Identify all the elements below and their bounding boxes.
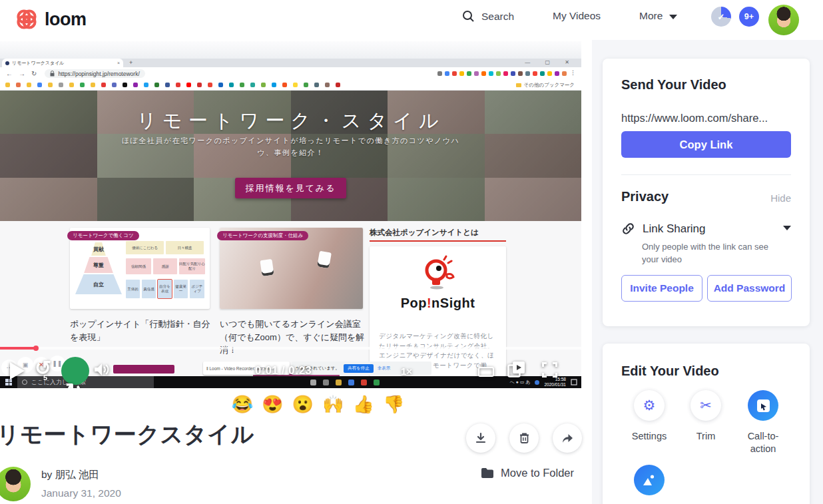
- bookmark-favicons: [5, 83, 340, 87]
- deco-tile: [197, 83, 202, 87]
- reaction-open-mouth[interactable]: 😮: [292, 394, 314, 414]
- deco-tile: [481, 71, 486, 76]
- deco-tile: [348, 379, 354, 385]
- taskbar-search-icon: [22, 379, 27, 385]
- folder-icon: [481, 467, 494, 479]
- deco-tile: [336, 83, 340, 87]
- cta-label: Call-to-action: [742, 430, 784, 455]
- deco-tile: [323, 379, 329, 385]
- nav-more[interactable]: More: [639, 10, 677, 22]
- article-2-badge: リモートワークの支援制度・仕組み: [217, 231, 308, 240]
- move-to-folder-button[interactable]: Move to Folder: [481, 467, 574, 479]
- nav-search[interactable]: Search: [462, 10, 514, 23]
- divider: [621, 174, 791, 175]
- trim-button[interactable]: ✂: [690, 390, 721, 421]
- invite-people-button[interactable]: Invite People: [621, 275, 702, 302]
- deco-tile: [112, 83, 117, 87]
- reaction-thumbs-down[interactable]: 👎: [383, 394, 404, 414]
- rewind-5-button[interactable]: ↺5: [35, 358, 57, 381]
- edit-video-card: Edit Your Video ⚙ Settings ✂ Trim Call-t…: [603, 344, 810, 504]
- video-player[interactable]: リモートワークスタイル × + — ▢ ✕ ← → ↻ https://popi…: [0, 41, 581, 388]
- deco-tile: [250, 83, 255, 87]
- article-1-badge: リモートワークで働くコツ: [67, 231, 139, 240]
- volume-button[interactable]: [93, 363, 109, 379]
- deco-tile: [154, 83, 159, 87]
- coffee-cup: [260, 259, 274, 276]
- reaction-raising-hands[interactable]: 🙌: [322, 394, 344, 414]
- extension-icons: [437, 71, 567, 76]
- deco-tile: [27, 83, 31, 87]
- download-icon: [475, 432, 487, 444]
- play-button[interactable]: [10, 362, 25, 379]
- loom-logo[interactable]: loom: [15, 7, 87, 31]
- hero-subtitle-line2: ウ、事例を紹介！: [0, 148, 581, 158]
- deco-tile: [503, 71, 508, 76]
- cta-cursor-icon: [757, 399, 770, 412]
- onboarding-progress-icon[interactable]: ✓: [711, 7, 731, 27]
- call-to-action-button[interactable]: [748, 390, 778, 421]
- deco-tile: [69, 83, 74, 87]
- playback-speed-button[interactable]: 1×: [401, 366, 412, 377]
- deco-tile: [511, 71, 515, 76]
- deco-tile: [59, 83, 63, 87]
- theater-mode-button[interactable]: [478, 367, 494, 377]
- delete-button[interactable]: [509, 423, 539, 453]
- tab-close-icon: ×: [117, 61, 120, 65]
- picture-in-picture-button[interactable]: [507, 361, 525, 381]
- bookmarks-bar: その他のブックマーク: [0, 80, 581, 91]
- recorded-cta-button: 採用情報を見てみる: [235, 178, 346, 198]
- deco-tile: [80, 83, 85, 87]
- send-video-heading: Send Your Video: [621, 77, 726, 93]
- fullscreen-button[interactable]: [542, 362, 557, 380]
- deco-tile: [5, 83, 10, 87]
- download-button[interactable]: [466, 423, 495, 453]
- pip-icon: [507, 361, 525, 379]
- forward-5-button[interactable]: ↻5: [65, 381, 88, 388]
- deco-tile: [123, 83, 127, 87]
- link-sharing-selector[interactable]: Link Sharing: [621, 222, 791, 236]
- recorded-hero-section: リモートワーク・スタイル ほぼ全社員が在宅ワークのポップインサイトが培ったリモー…: [0, 91, 581, 221]
- settings-button[interactable]: ⚙: [634, 390, 665, 421]
- deco-tile: [547, 71, 552, 76]
- deco-tile: [533, 71, 537, 76]
- thumbnail-button[interactable]: [634, 465, 665, 495]
- deco-tile: [445, 71, 449, 76]
- deco-tile: [229, 83, 234, 87]
- share-bar-hide: 非表示: [378, 366, 391, 372]
- deco-tile: [101, 83, 106, 87]
- reaction-joy[interactable]: 😂: [232, 394, 253, 414]
- privacy-hide-toggle[interactable]: Hide: [770, 192, 791, 204]
- notification-center-icon: [571, 379, 577, 385]
- deco-tile: [310, 379, 316, 385]
- progress-knob[interactable]: [33, 346, 39, 351]
- article-card-2: リモートワークの支援制度・仕組み: [220, 228, 363, 309]
- deco-tile: [437, 71, 442, 76]
- nav-more-label: More: [639, 10, 663, 22]
- hero-title: リモートワーク・スタイル: [0, 108, 581, 134]
- scissors-icon: ✂: [700, 397, 712, 413]
- deco-tile: [452, 71, 457, 76]
- forward-icon: →: [19, 70, 25, 77]
- tool-cta: Call-to-action: [733, 390, 793, 455]
- deco-tile: [336, 379, 342, 385]
- browser-menu-icon: ⋮: [570, 69, 576, 76]
- notifications-badge[interactable]: 9+: [739, 7, 759, 27]
- share-link-text[interactable]: https://www.loom.com/share...: [621, 112, 768, 125]
- share-button[interactable]: [553, 423, 582, 453]
- copy-link-button[interactable]: Copy Link: [621, 131, 791, 158]
- gear-icon: ⚙: [643, 397, 656, 413]
- link-sharing-label: Link Sharing: [643, 222, 706, 236]
- reaction-heart-eyes[interactable]: 😍: [262, 394, 283, 414]
- deco-tile: [474, 71, 479, 76]
- add-password-button[interactable]: Add Password: [707, 275, 792, 302]
- reaction-thumbs-up[interactable]: 👍: [352, 394, 374, 414]
- pyramid-cells-row2: 信頼関係 感謝 目配り気配り心配り: [126, 258, 205, 274]
- send-video-card: Send Your Video https://www.loom.com/sha…: [603, 59, 810, 326]
- deco-tile: [374, 379, 380, 385]
- tray-app-icon: [535, 380, 539, 385]
- nav-my-videos[interactable]: My Videos: [553, 10, 601, 22]
- video-progress-bar[interactable]: [0, 347, 581, 350]
- user-avatar[interactable]: [768, 5, 799, 35]
- chevron-down-icon[interactable]: [783, 226, 791, 230]
- deco-tile: [314, 83, 319, 87]
